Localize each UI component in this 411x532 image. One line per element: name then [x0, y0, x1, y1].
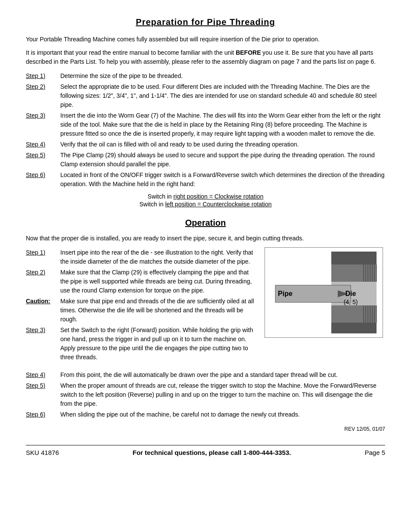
step-label: Step 5) — [26, 380, 60, 409]
step-label: Step 4) — [26, 139, 60, 150]
step-content: From this point, the die will automatica… — [60, 370, 385, 380]
intro-paragraph-1: Your Portable Threading Machine comes fu… — [26, 35, 385, 44]
table-row: Step 3) Insert the die into the Worm Gea… — [26, 110, 385, 139]
rev-note: REV 12/05, 01/07 — [26, 426, 385, 432]
step-content: Determine the size of the pipe to be thr… — [60, 71, 385, 81]
intro-paragraph-2: It is important that your read the entir… — [26, 48, 385, 66]
table-row: Step 4) Verify that the oil can is fille… — [26, 139, 385, 150]
footer: SKU 41876 For technical questions, pleas… — [26, 445, 385, 456]
step-label: Step 3) — [26, 110, 60, 139]
table-row: Step 5) When the proper amount of thread… — [26, 380, 385, 409]
switch-info: Switch in right position = Clockwise rot… — [26, 193, 385, 208]
op-steps-table: Step 1) Insert pipe into the rear of the… — [26, 247, 257, 363]
pipe-die-diagram: Pipe Die (4, 5) — [265, 247, 383, 338]
page-title-operation: Operation — [26, 218, 385, 228]
prep-steps-table: Step 1) Determine the size of the pipe t… — [26, 71, 385, 190]
step-label: Step 1) — [26, 247, 60, 267]
operation-intro: Now that the proper die is installed, yo… — [26, 234, 385, 243]
diagram-column: Pipe Die (4, 5) — [265, 247, 385, 338]
step-content: Insert the die into the Worm Gear (7) of… — [60, 110, 385, 139]
footer-page: Page 5 — [364, 449, 385, 456]
step-label: Step 2) — [26, 81, 60, 110]
step-label: Step 6) — [26, 409, 60, 420]
switch-left-line: Switch in left position = Counterclockwi… — [26, 201, 385, 208]
step-content: Set the Switch to the right (Forward) po… — [60, 325, 257, 363]
svg-rect-3 — [331, 323, 377, 333]
step-content: Make sure that pipe end and threads of t… — [60, 296, 257, 325]
step-label: Step 5) — [26, 150, 60, 170]
step-content: When the proper amount of threads are cu… — [60, 380, 385, 409]
table-row: Step 2) Make sure that the Clamp (29) is… — [26, 267, 257, 296]
step-content: The Pipe Clamp (29) should always be use… — [60, 150, 385, 170]
step-content: Located in front of the ON/OFF trigger s… — [60, 170, 385, 190]
caution-label: Caution: — [26, 296, 60, 325]
footer-support: For technical questions, please call 1-8… — [133, 449, 291, 456]
table-row: Step 6) Located in front of the ON/OFF t… — [26, 170, 385, 190]
step-label: Step 3) — [26, 325, 60, 363]
step-label: Step 6) — [26, 170, 60, 190]
step-content: Insert pipe into the rear of the die - s… — [60, 247, 257, 267]
table-row: Step 5) The Pipe Clamp (29) should alway… — [26, 150, 385, 170]
svg-rect-1 — [331, 252, 377, 264]
switch-right-line: Switch in right position = Clockwise rot… — [26, 193, 385, 200]
svg-text:Die: Die — [346, 290, 356, 297]
svg-text:Pipe: Pipe — [278, 290, 293, 297]
step-label: Step 2) — [26, 267, 60, 296]
step-label: Step 4) — [26, 370, 60, 380]
table-row: Step 6) When sliding the pipe out of the… — [26, 409, 385, 420]
step-content: Verify that the oil can is filled with o… — [60, 139, 385, 150]
table-row: Step 3) Set the Switch to the right (For… — [26, 325, 257, 363]
table-row: Step 1) Insert pipe into the rear of the… — [26, 247, 257, 267]
footer-sku: SKU 41876 — [26, 449, 59, 456]
page-title-prep: Preparation for Pipe Threading — [26, 17, 385, 27]
step-content: Select the appropriate die to be used. F… — [60, 81, 385, 110]
table-row: Step 4) From this point, the die will au… — [26, 370, 385, 380]
table-row: Caution: Make sure that pipe end and thr… — [26, 296, 257, 325]
op-steps-below-table: Step 4) From this point, the die will au… — [26, 370, 385, 420]
step-content: Make sure that the Clamp (29) is effecti… — [60, 267, 257, 296]
operation-section: Step 1) Insert pipe into the rear of the… — [26, 247, 385, 366]
step-label: Step 1) — [26, 71, 60, 81]
step-content: When sliding the pipe out of the machine… — [60, 409, 385, 420]
svg-text:(4, 5): (4, 5) — [344, 299, 358, 305]
table-row: Step 2) Select the appropriate die to be… — [26, 81, 385, 110]
table-row: Step 1) Determine the size of the pipe t… — [26, 71, 385, 81]
